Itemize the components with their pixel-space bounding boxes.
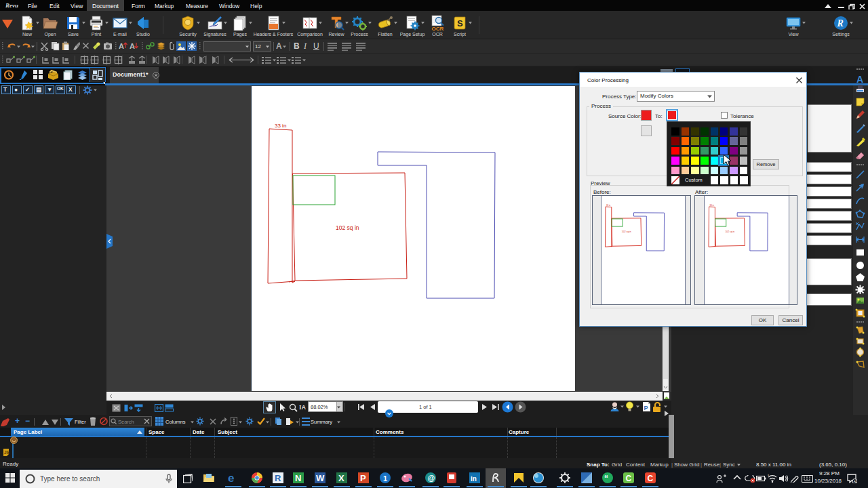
svg-text:A: A	[856, 74, 863, 84]
svg-text:R: R	[837, 18, 844, 28]
svg-text:in: in	[471, 475, 477, 483]
svg-text:P: P	[644, 405, 648, 411]
svg-text:“: “	[604, 474, 608, 483]
svg-text:102 sq in: 102 sq in	[336, 224, 359, 231]
svg-text:33 in: 33 in	[275, 123, 286, 129]
svg-text:P: P	[360, 473, 366, 483]
svg-text:33 in: 33 in	[606, 204, 611, 207]
svg-text:X: X	[338, 473, 344, 483]
svg-text:*: *	[768, 474, 769, 478]
svg-text:JS: JS	[4, 450, 10, 455]
svg-text:e: e	[228, 472, 234, 484]
svg-text:C: C	[648, 474, 654, 483]
svg-text:A: A	[130, 42, 135, 50]
svg-text:N: N	[295, 473, 301, 483]
svg-text:102 sq in: 102 sq in	[622, 230, 631, 233]
svg-text:C: C	[626, 474, 632, 483]
svg-text:OCR: OCR	[432, 26, 444, 31]
svg-text:@: @	[428, 474, 435, 482]
svg-text:A: A	[119, 42, 124, 50]
svg-text:W: W	[316, 473, 325, 483]
svg-text:1: 1	[383, 474, 387, 483]
svg-text:S: S	[457, 18, 463, 28]
svg-text:R: R	[275, 473, 281, 483]
svg-text:102 sq in: 102 sq in	[725, 230, 734, 233]
svg-text:33 in: 33 in	[710, 204, 715, 207]
